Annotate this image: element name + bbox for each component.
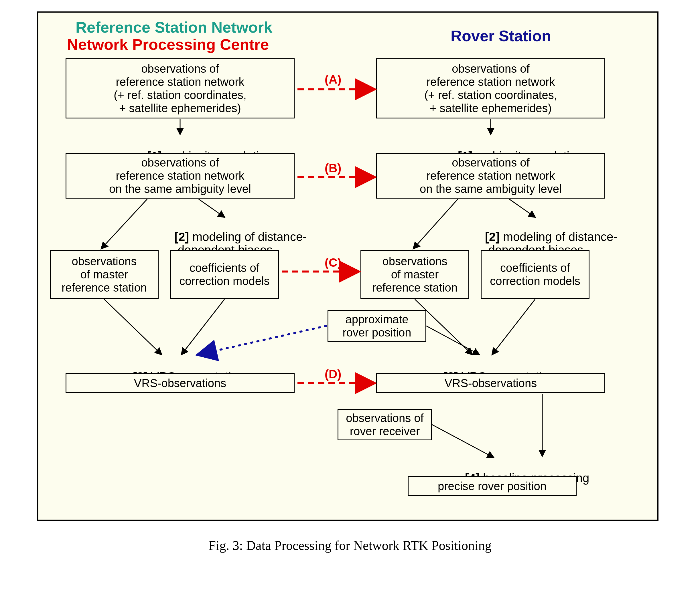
heading-processing-centre: Network Processing Centre bbox=[67, 36, 269, 53]
step-num: [2] bbox=[174, 230, 189, 244]
right-box-master-obs: observations of master reference station bbox=[361, 250, 469, 299]
left-box-observations-raw: observations of reference station networ… bbox=[65, 58, 294, 118]
right-box-observations-raw: observations of reference station networ… bbox=[376, 58, 605, 118]
left-box-master-obs: observations of master reference station bbox=[50, 250, 158, 299]
svg-line-12 bbox=[432, 425, 494, 457]
text: observations of master reference station bbox=[61, 255, 147, 294]
right-box-approx-position: approximate rover position bbox=[328, 310, 426, 342]
transfer-label-c: (C) bbox=[325, 256, 341, 269]
heading-ref-network: Reference Station Network bbox=[76, 18, 272, 36]
figure-caption: Fig. 3: Data Processing for Network RTK … bbox=[0, 538, 700, 553]
text: observations of reference station networ… bbox=[109, 156, 251, 195]
text: observations of reference station networ… bbox=[114, 62, 246, 115]
text: observations of reference station networ… bbox=[420, 156, 562, 195]
text: observations of master reference station bbox=[372, 255, 458, 294]
text: observations of rover receiver bbox=[346, 411, 423, 438]
step-num: [2] bbox=[485, 230, 500, 244]
svg-line-4 bbox=[182, 299, 225, 354]
text: approximate rover position bbox=[342, 313, 411, 339]
right-box-observations-ambiguity: observations of reference station networ… bbox=[376, 153, 605, 199]
left-box-observations-ambiguity: observations of reference station networ… bbox=[65, 153, 294, 199]
diagram-page: Reference Station Network Network Proces… bbox=[0, 0, 700, 592]
svg-line-1 bbox=[101, 199, 147, 249]
svg-line-2 bbox=[199, 199, 225, 217]
svg-line-10 bbox=[426, 326, 479, 354]
svg-line-6 bbox=[413, 199, 458, 249]
right-box-precise-position: precise rover position bbox=[408, 476, 576, 496]
heading-rover-station: Rover Station bbox=[451, 27, 551, 45]
text: observations of reference station networ… bbox=[424, 62, 557, 115]
text: coefficients of correction models bbox=[490, 261, 580, 288]
svg-line-3 bbox=[104, 299, 161, 354]
transfer-label-d: (D) bbox=[325, 367, 341, 381]
text: precise rover position bbox=[438, 480, 547, 493]
transfer-label-a: (A) bbox=[325, 73, 341, 86]
left-box-vrs-obs: VRS-observations bbox=[65, 373, 294, 393]
transfer-label-b: (B) bbox=[325, 161, 341, 175]
text: VRS-observations bbox=[134, 377, 226, 390]
right-box-correction-coeffs: coefficients of correction models bbox=[481, 250, 590, 299]
text: coefficients of correction models bbox=[179, 261, 270, 288]
right-box-rover-receiver-obs: observations of rover receiver bbox=[337, 409, 432, 440]
diagram-frame: Reference Station Network Network Proces… bbox=[37, 11, 658, 521]
svg-line-7 bbox=[509, 199, 535, 217]
right-box-vrs-obs: VRS-observations bbox=[376, 373, 605, 393]
svg-line-9 bbox=[492, 299, 535, 354]
text: VRS-observations bbox=[445, 377, 537, 390]
left-box-correction-coeffs: coefficients of correction models bbox=[170, 250, 279, 299]
